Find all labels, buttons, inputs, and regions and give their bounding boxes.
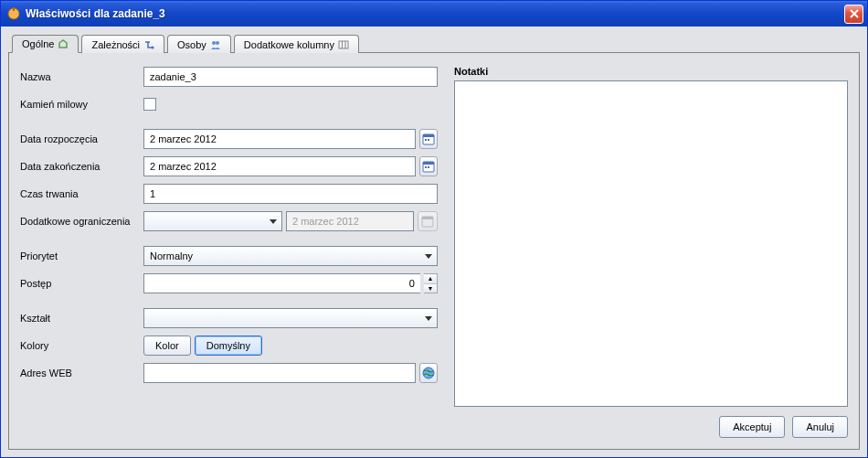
- app-icon: [6, 6, 21, 21]
- tab-people[interactable]: Osoby: [167, 35, 231, 53]
- label-constraint: Dodatkowe ograniczenia: [20, 216, 143, 227]
- tab-label: Ogólne: [22, 38, 54, 49]
- svg-rect-11: [428, 139, 429, 141]
- start-date-picker-button[interactable]: [419, 129, 438, 149]
- row-milestone: Kamień milowy: [20, 93, 438, 115]
- row-name: Nazwa: [20, 66, 438, 88]
- progress-spinner: ▲ ▼: [424, 273, 438, 293]
- svg-rect-1: [13, 7, 15, 11]
- notes-textarea[interactable]: [454, 80, 848, 407]
- label-colors: Kolory: [20, 340, 143, 351]
- priority-select[interactable]: Normalny: [143, 246, 438, 266]
- content-area: Ogólne Zależności Osoby Dodatkowe kolumn…: [1, 27, 867, 457]
- panel-general: Nazwa Kamień milowy Data rozpoczęcia: [8, 53, 860, 450]
- row-colors: Kolory Kolor Domyślny: [20, 335, 438, 357]
- label-priority: Priorytet: [20, 250, 143, 261]
- panel-body: Nazwa Kamień milowy Data rozpoczęcia: [20, 66, 848, 407]
- web-input[interactable]: [143, 363, 416, 383]
- titlebar: Właściwości dla zadanie_3: [1, 1, 867, 27]
- svg-point-3: [212, 41, 216, 45]
- row-end-date: Data zakończenia: [20, 155, 438, 177]
- columns-icon: [338, 39, 349, 50]
- label-name: Nazwa: [20, 71, 143, 82]
- row-constraint: Dodatkowe ograniczenia: [20, 210, 438, 232]
- color-button[interactable]: Kolor: [143, 336, 191, 356]
- row-progress: Postęp ▲ ▼: [20, 272, 438, 294]
- label-milestone: Kamień milowy: [20, 99, 143, 110]
- end-date-input[interactable]: [143, 156, 416, 176]
- tab-general[interactable]: Ogólne: [12, 35, 79, 53]
- label-shape: Kształt: [20, 313, 143, 324]
- accept-button[interactable]: Akceptuj: [719, 416, 785, 438]
- progress-spinner-down[interactable]: ▼: [424, 284, 437, 293]
- people-icon: [210, 39, 221, 50]
- row-shape: Kształt: [20, 307, 438, 329]
- svg-rect-14: [425, 166, 427, 168]
- tab-label: Zależności: [91, 39, 140, 50]
- general-icon: [58, 38, 69, 49]
- svg-rect-9: [423, 134, 434, 137]
- row-duration: Czas trwania: [20, 183, 438, 205]
- label-duration: Czas trwania: [20, 188, 143, 199]
- start-date-input[interactable]: [143, 129, 416, 149]
- tab-label: Dodatkowe kolumny: [244, 39, 334, 50]
- constraint-date-picker-button: [418, 211, 438, 231]
- row-start-date: Data rozpoczęcia: [20, 128, 438, 150]
- duration-input[interactable]: [143, 184, 438, 204]
- row-web: Adres WEB: [20, 362, 438, 384]
- progress-input[interactable]: [143, 273, 420, 293]
- properties-dialog: Właściwości dla zadanie_3 Ogólne Zależno…: [0, 0, 868, 458]
- row-priority: Priorytet Normalny: [20, 245, 438, 267]
- default-color-button[interactable]: Domyślny: [195, 336, 262, 356]
- svg-rect-13: [423, 162, 434, 165]
- tab-dependencies[interactable]: Zależności: [81, 35, 164, 53]
- dependency-icon: [143, 39, 154, 50]
- shape-select[interactable]: [143, 308, 438, 328]
- tab-bar: Ogólne Zależności Osoby Dodatkowe kolumn…: [8, 34, 860, 53]
- window-title: Właściwości dla zadanie_3: [26, 7, 844, 20]
- label-progress: Postęp: [20, 278, 143, 289]
- notes-column: Notatki: [454, 66, 848, 407]
- dialog-footer: Akceptuj Anuluj: [20, 407, 848, 438]
- constraint-date-input: [286, 211, 414, 231]
- svg-point-18: [423, 367, 434, 378]
- svg-point-2: [152, 46, 154, 48]
- svg-rect-17: [422, 217, 433, 219]
- svg-point-4: [216, 41, 219, 45]
- tab-label: Osoby: [177, 39, 206, 50]
- name-input[interactable]: [143, 67, 438, 87]
- svg-rect-5: [339, 41, 348, 48]
- constraint-select[interactable]: [143, 211, 282, 231]
- web-browse-button[interactable]: [419, 363, 438, 383]
- tab-extra-columns[interactable]: Dodatkowe kolumny: [234, 35, 359, 53]
- progress-spinner-up[interactable]: ▲: [424, 274, 437, 284]
- label-start-date: Data rozpoczęcia: [20, 133, 143, 144]
- label-notes: Notatki: [454, 66, 848, 77]
- close-button[interactable]: [844, 5, 863, 24]
- svg-rect-15: [428, 166, 429, 168]
- svg-rect-10: [425, 139, 427, 141]
- milestone-checkbox[interactable]: [143, 98, 156, 111]
- label-end-date: Data zakończenia: [20, 161, 143, 172]
- form-left-column: Nazwa Kamień milowy Data rozpoczęcia: [20, 66, 438, 407]
- label-web: Adres WEB: [20, 367, 143, 378]
- cancel-button[interactable]: Anuluj: [792, 416, 848, 438]
- end-date-picker-button[interactable]: [419, 156, 438, 176]
